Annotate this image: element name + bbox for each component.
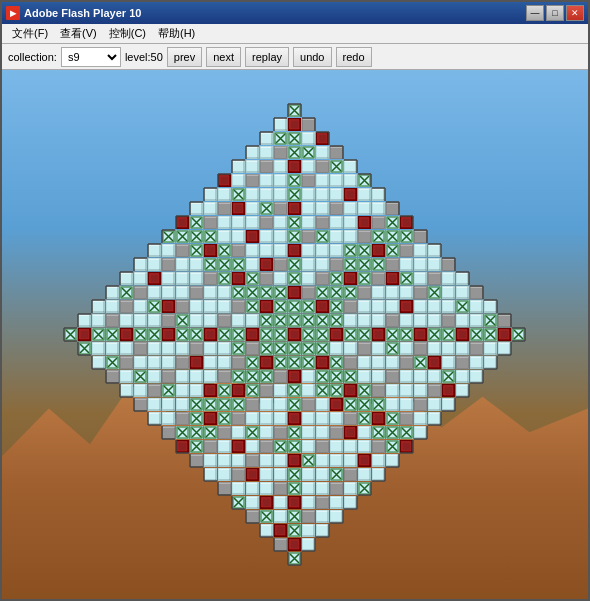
title-bar-left: ▶ Adobe Flash Player 10 [6,6,141,20]
game-canvas[interactable] [59,99,531,571]
menu-help[interactable]: 帮助(H) [152,25,201,42]
collection-label: collection: [8,51,57,63]
prev-button[interactable]: prev [167,47,202,67]
close-button[interactable]: ✕ [566,5,584,21]
toolbar: collection: s9 level:50 prev next replay… [2,44,588,70]
collection-select[interactable]: s9 [61,47,121,67]
redo-button[interactable]: redo [336,47,372,67]
window-title: Adobe Flash Player 10 [24,7,141,19]
menu-bar: 文件(F) 查看(V) 控制(C) 帮助(H) [2,24,588,44]
maximize-button[interactable]: □ [546,5,564,21]
next-button[interactable]: next [206,47,241,67]
undo-button[interactable]: undo [293,47,331,67]
window-controls: — □ ✕ [526,5,584,21]
replay-button[interactable]: replay [245,47,289,67]
menu-file[interactable]: 文件(F) [6,25,54,42]
menu-control[interactable]: 控制(C) [103,25,152,42]
minimize-button[interactable]: — [526,5,544,21]
level-display: level:50 [125,51,163,63]
title-bar: ▶ Adobe Flash Player 10 — □ ✕ [2,2,588,24]
app-icon: ▶ [6,6,20,20]
game-content [2,70,588,599]
menu-view[interactable]: 查看(V) [54,25,103,42]
main-window: ▶ Adobe Flash Player 10 — □ ✕ 文件(F) 查看(V… [0,0,590,601]
game-container [2,70,588,599]
